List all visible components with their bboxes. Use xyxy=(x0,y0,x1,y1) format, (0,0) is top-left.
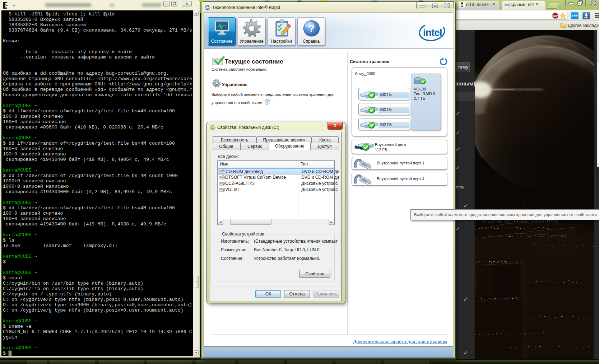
svg-text:ABP: ABP xyxy=(553,15,558,17)
svg-text:?: ? xyxy=(266,100,269,104)
svg-text:intel: intel xyxy=(423,27,442,38)
svg-text:?: ? xyxy=(308,22,315,34)
